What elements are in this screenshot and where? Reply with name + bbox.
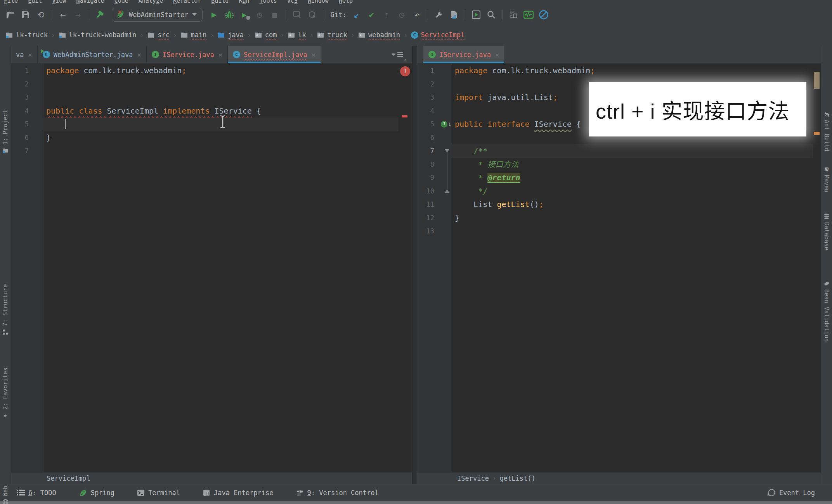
toolwindow-button----favorites[interactable]: 2: Favorites★ (0, 368, 10, 418)
toolwindow-button-terminal[interactable]: Terminal (137, 489, 180, 497)
toolwindow-button-spring[interactable]: Spring (79, 488, 114, 497)
scrollbar-warning-mark[interactable] (814, 132, 820, 135)
profiler-icon[interactable]: ◷ (254, 9, 265, 21)
scrollbar-change-mark[interactable] (814, 72, 820, 89)
breadcrumb-item[interactable]: ServiceImpl (47, 475, 90, 482)
project-structure-icon[interactable] (448, 9, 460, 21)
code-line-13[interactable]: 13 (417, 224, 813, 238)
code-line-3[interactable]: 3 (11, 91, 398, 104)
code-line-12[interactable]: 12} (417, 211, 813, 225)
menu-item-help[interactable]: Help (339, 0, 353, 5)
toolwindow-button-6--todo[interactable]: 6: TODO (17, 489, 56, 497)
code-line-11[interactable]: 11 List getList(); (417, 198, 813, 211)
menu-item-code[interactable]: Code (114, 0, 128, 5)
code-line-8[interactable]: 8 * 接口方法 (417, 158, 813, 171)
tab-close-icon[interactable]: ✕ (28, 51, 32, 59)
coverage-icon[interactable]: ▶ (239, 9, 250, 21)
fold-end-icon[interactable] (445, 190, 449, 193)
code-line-4[interactable]: 4public class ServiceImpl implements ISe… (11, 104, 398, 118)
build-hammer-icon[interactable] (94, 9, 106, 21)
menu-item-analyze[interactable]: Analyze (139, 0, 163, 5)
sync-icon[interactable]: ⟲ (35, 9, 47, 21)
error-stripe-mark[interactable] (402, 115, 407, 117)
toolwindow-button-bean-validation[interactable]: Bean Validation (821, 280, 832, 342)
open-folder-icon[interactable] (5, 9, 16, 21)
menu-item-refactor[interactable]: Refactor (173, 0, 201, 5)
breadcrumb-item-truck[interactable]: truck (317, 31, 347, 39)
toolwindow-button-web[interactable]: Web (0, 486, 10, 504)
tab-close-icon[interactable]: ✕ (495, 51, 499, 59)
code-line-7[interactable]: 7 /** (417, 144, 813, 158)
forward-icon[interactable]: → (72, 9, 84, 21)
error-indicator-icon[interactable]: ! (400, 66, 410, 76)
toolwindow-button-java-enterprise[interactable]: Java Enterprise (203, 489, 274, 497)
git-commit-icon[interactable]: ✔ (366, 9, 377, 21)
breadcrumb-item-java[interactable]: java (217, 31, 244, 39)
menu-item-build[interactable]: Build (211, 0, 229, 5)
run-configuration-select[interactable]: ✕WebAdminStarter (112, 8, 203, 22)
save-icon[interactable] (20, 9, 31, 21)
editor-tab-va[interactable]: va✕ (11, 46, 38, 63)
package-deploy-icon[interactable] (306, 9, 318, 21)
code-line-10[interactable]: 10 */ (417, 185, 813, 198)
debug-icon[interactable] (224, 9, 235, 21)
toolwindow-button-ant-build[interactable]: Ant Build (821, 111, 832, 151)
code-line-1[interactable]: 1package com.lk.truck.webadmin; (417, 64, 813, 78)
code-line-1[interactable]: 1package com.lk.truck.webadmin; (11, 64, 398, 78)
back-icon[interactable]: ← (57, 9, 69, 21)
menu-item-window[interactable]: Window (308, 0, 329, 5)
git-rollback-icon[interactable]: ↶ (411, 9, 423, 21)
menu-item-navigate[interactable]: Navigate (76, 0, 104, 5)
left-editor-scrollbar[interactable]: ! (398, 64, 412, 472)
implemented-interface-icon[interactable]: I (441, 121, 447, 128)
toolwindow-button-9--version-control[interactable]: 9: Version Control (296, 489, 379, 497)
git-update-icon[interactable]: ↙ (350, 9, 362, 21)
editor-tab-ServiceImpl.java[interactable]: CServiceImpl.java✕ (228, 46, 321, 63)
tab-close-icon[interactable]: ✕ (312, 51, 315, 59)
do-not-disturb-icon[interactable] (538, 9, 549, 21)
settings-wrench-icon[interactable] (433, 9, 445, 21)
tab-close-icon[interactable]: ✕ (137, 51, 141, 59)
breadcrumb-item-lk-truck[interactable]: lk-truck (5, 31, 48, 39)
editor-tab-IService.java[interactable]: IIService.java✕ (147, 46, 228, 63)
menu-item-edit[interactable]: Edit (28, 0, 42, 5)
breadcrumb-item-webadmin[interactable]: webadmin (358, 31, 400, 39)
git-push-icon[interactable]: ⇡ (381, 9, 392, 21)
find-in-path-icon[interactable] (508, 9, 519, 21)
code-line-2[interactable]: 2 (11, 78, 398, 91)
breadcrumb-item-ServiceImpl[interactable]: CServiceImpl (411, 31, 465, 39)
code-line-5[interactable]: 5 (11, 117, 398, 131)
tab-close-icon[interactable]: ✕ (218, 51, 222, 59)
menu-item-view[interactable]: View (52, 0, 66, 5)
run-anything-icon[interactable] (470, 9, 482, 21)
breadcrumb-item-lk-truck-webadmin[interactable]: lk-truck-webadmin (59, 31, 137, 39)
breadcrumb-item-src[interactable]: src (147, 31, 170, 39)
editor-splitter[interactable] (412, 46, 417, 484)
tab-list-dropdown[interactable]: 4 (392, 46, 412, 63)
breadcrumb-item[interactable]: getList() (500, 475, 536, 482)
breadcrumb-item-lk[interactable]: lk (288, 31, 306, 39)
editor-tab-WebAdminStarter.java[interactable]: CWebAdminStarter.java✕ (38, 46, 147, 63)
git-history-icon[interactable]: ◷ (396, 9, 407, 21)
search-everywhere-icon[interactable] (485, 9, 497, 21)
menu-item-tools[interactable]: Tools (259, 0, 277, 5)
menu-item-run[interactable]: Run (239, 0, 249, 5)
breadcrumb-item[interactable]: IService (457, 475, 489, 482)
capture-icon[interactable] (291, 9, 303, 21)
menu-item-file[interactable]: File (4, 0, 18, 5)
code-line-6[interactable]: 6} (11, 131, 398, 145)
breadcrumb-item-main[interactable]: main (180, 31, 207, 39)
event-log-button[interactable]: Event Log (767, 488, 815, 497)
toolwindow-button----structure[interactable]: 7: Structure (0, 284, 10, 335)
run-icon[interactable]: ▶ (208, 9, 220, 21)
breadcrumb-item-com[interactable]: com (255, 31, 277, 39)
stop-icon[interactable]: ■ (269, 9, 281, 21)
toolwindow-button-database[interactable]: Database (821, 213, 832, 250)
right-editor-scrollbar[interactable] (813, 64, 821, 472)
toolwindow-button-maven[interactable]: mMaven (821, 166, 832, 192)
toolwindow-button----project[interactable]: 1: Project (0, 110, 10, 154)
left-editor[interactable]: 1package com.lk.truck.webadmin;234public… (11, 64, 412, 472)
activity-monitor-icon[interactable] (523, 9, 534, 21)
code-line-9[interactable]: 9 * @return (417, 171, 813, 185)
menu-item-vcs[interactable]: VCS (287, 0, 298, 5)
